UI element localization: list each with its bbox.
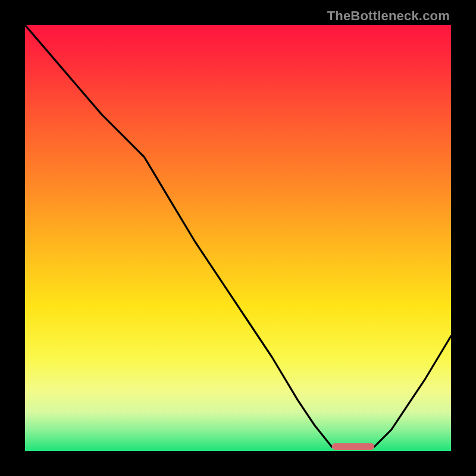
curve-path bbox=[25, 25, 451, 449]
bottleneck-curve bbox=[25, 25, 451, 451]
watermark-text: TheBottleneck.com bbox=[327, 8, 450, 24]
optimum-marker bbox=[332, 443, 375, 450]
plot-area bbox=[25, 25, 451, 451]
chart-frame: TheBottleneck.com bbox=[0, 0, 476, 476]
